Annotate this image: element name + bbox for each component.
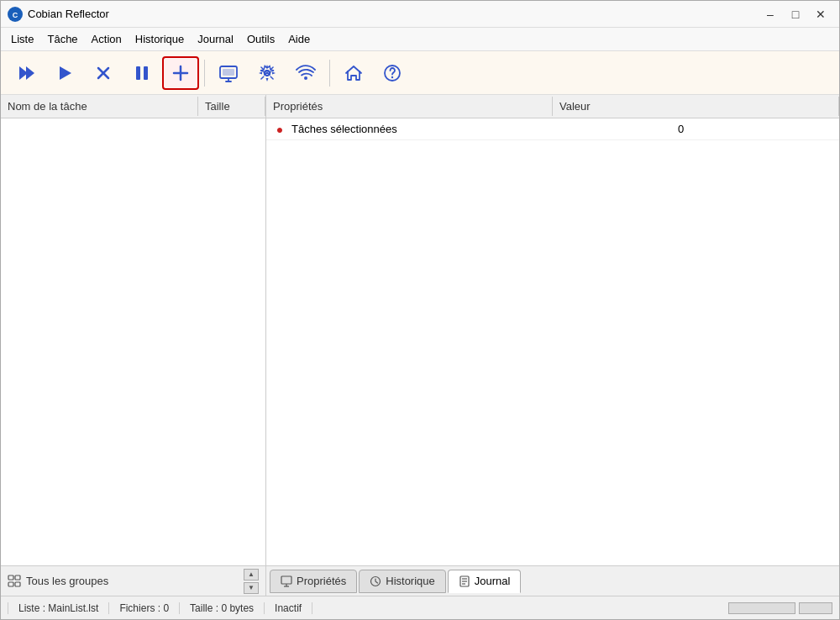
stop-button[interactable] — [85, 56, 122, 90]
menu-action[interactable]: Action — [85, 31, 129, 47]
status-taille: Taille : 0 bytes — [180, 602, 265, 614]
svg-text:C: C — [13, 11, 18, 19]
tab-properties-label: Propriétés — [297, 575, 346, 587]
tab-journal-label: Journal — [475, 575, 511, 587]
task-list — [1, 118, 265, 565]
window-title: Cobian Reflector — [28, 8, 759, 20]
status-fichiers: Fichiers : 0 — [109, 602, 180, 614]
pause-button[interactable] — [123, 56, 160, 90]
history-tab-icon — [370, 575, 381, 587]
toolbar — [1, 51, 839, 95]
status-liste: Liste : MainList.lst — [8, 602, 109, 614]
col-task-header: Nom de la tâche — [1, 97, 198, 116]
menu-liste[interactable]: Liste — [4, 31, 40, 47]
groups-label: Tous les groupes — [26, 575, 108, 587]
groups-button[interactable]: Tous les groupes — [8, 575, 244, 588]
svg-rect-24 — [281, 576, 291, 584]
svg-marker-4 — [60, 66, 71, 80]
svg-rect-23 — [15, 582, 20, 586]
app-icon: C — [8, 7, 23, 22]
scroll-down-button[interactable]: ▼ — [244, 582, 259, 594]
tab-historique-label: Historique — [386, 575, 435, 587]
groups-icon — [8, 575, 21, 588]
menu-outils[interactable]: Outils — [240, 31, 281, 47]
network-button[interactable] — [287, 56, 324, 90]
property-icon: ● — [271, 121, 288, 138]
right-panel-header: Propriétés Valeur — [266, 95, 839, 118]
main-window: C Cobian Reflector – □ ✕ Liste Tâche Act… — [0, 0, 840, 620]
svg-rect-8 — [144, 66, 148, 80]
toolbar-separator-2 — [329, 60, 330, 87]
svg-rect-14 — [223, 69, 234, 76]
left-panel-footer: Tous les groupes ▲ ▼ — [1, 565, 265, 596]
window-controls: – □ ✕ — [759, 5, 832, 24]
status-bar: Liste : MainList.lst Fichiers : 0 Taille… — [1, 596, 839, 619]
col-size-header: Taille — [198, 97, 265, 116]
monitor-button[interactable] — [210, 56, 247, 90]
home-button[interactable] — [335, 56, 372, 90]
svg-point-17 — [304, 76, 307, 80]
title-bar: C Cobian Reflector – □ ✕ — [1, 1, 839, 28]
properties-list: ● Tâches sélectionnées 0 — [266, 118, 839, 565]
svg-marker-3 — [26, 66, 34, 80]
progress-bar-secondary — [799, 602, 832, 614]
progress-bar-main — [728, 602, 795, 614]
tab-journal[interactable]: Journal — [448, 570, 522, 593]
right-panel-footer: Propriétés Historique — [266, 565, 839, 596]
status-inactif: Inactif — [265, 602, 312, 614]
monitor-tab-icon — [281, 575, 292, 587]
svg-rect-7 — [136, 66, 140, 80]
svg-point-19 — [391, 76, 393, 77]
status-progress — [728, 602, 832, 614]
scroll-arrows: ▲ ▼ — [244, 569, 259, 594]
property-value: 0 — [671, 123, 839, 135]
add-button[interactable] — [162, 56, 199, 90]
tab-historique[interactable]: Historique — [359, 570, 446, 593]
left-panel-header: Nom de la tâche Taille — [1, 95, 265, 118]
menu-bar: Liste Tâche Action Historique Journal Ou… — [1, 28, 839, 51]
close-button[interactable]: ✕ — [809, 5, 832, 24]
left-panel: Nom de la tâche Taille Tous les groupes … — [1, 95, 266, 596]
property-name: Tâches sélectionnées — [288, 123, 671, 135]
col-value-header: Valeur — [553, 97, 839, 116]
tab-properties[interactable]: Propriétés — [270, 570, 357, 593]
journal-tab-icon — [459, 575, 470, 587]
maximize-button[interactable]: □ — [784, 5, 807, 24]
help-button[interactable] — [374, 56, 411, 90]
run-all-button[interactable] — [8, 56, 45, 90]
right-panel: Propriétés Valeur ● Tâches sélectionnées… — [266, 95, 839, 596]
settings-button[interactable] — [249, 56, 286, 90]
svg-rect-20 — [8, 575, 13, 580]
main-content: Nom de la tâche Taille Tous les groupes … — [1, 95, 839, 596]
menu-historique[interactable]: Historique — [129, 31, 192, 47]
menu-journal[interactable]: Journal — [191, 31, 240, 47]
run-button[interactable] — [46, 56, 83, 90]
minimize-button[interactable]: – — [759, 5, 782, 24]
scroll-up-button[interactable]: ▲ — [244, 569, 259, 581]
menu-aide[interactable]: Aide — [281, 31, 317, 47]
svg-rect-21 — [15, 575, 20, 580]
toolbar-separator — [204, 60, 205, 87]
svg-rect-22 — [8, 582, 13, 586]
table-row: ● Tâches sélectionnées 0 — [266, 118, 839, 140]
menu-tache[interactable]: Tâche — [40, 31, 84, 47]
col-properties-header: Propriétés — [266, 97, 553, 116]
